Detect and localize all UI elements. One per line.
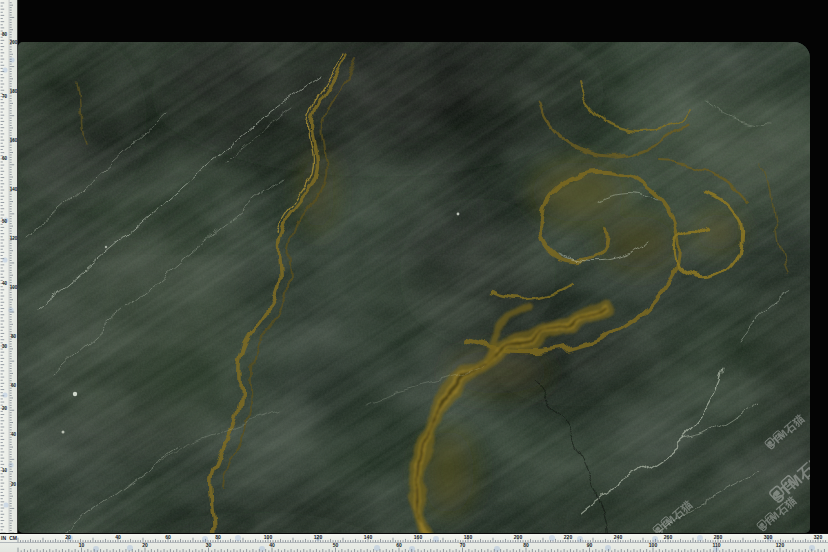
bottom-cm-label: 140 [364,534,373,540]
bottom-cm-label: 280 [714,534,723,540]
left-in-label: 50 [2,219,8,224]
bottom-cm-label: 260 [664,534,673,540]
bottom-ruler: 2040608010012014016018020022024026028030… [0,533,828,552]
bottom-cm-label: 200 [514,534,523,540]
left-cm-label: 140 [10,187,18,192]
bottom-cm-label: 180 [464,534,473,540]
left-cm-label: 160 [10,138,18,143]
slab-scan-viewer: { "viewer": { "description": "stone slab… [0,0,828,552]
bottom-cm-label: 320 [814,534,823,540]
left-cm-label: 100 [10,285,18,290]
bottom-in-label: 60 [396,542,402,548]
left-in-label: 60 [2,156,8,161]
bottom-in-label: 30 [206,542,212,548]
bottom-in-label: 50 [333,542,339,548]
left-cm-label: 60 [11,383,17,388]
bottom-in-label: 120 [776,542,785,548]
left-cm-label: 80 [11,334,17,339]
corner-units-row2: IN [5,544,10,552]
bottom-cm-label: 300 [764,534,773,540]
bottom-cm-label: 80 [215,534,221,540]
bottom-in-label: 10 [79,542,85,548]
left-ruler-scale: 8070605040302010200180160140120100806040… [0,0,18,533]
bottom-cm-label: 220 [564,534,573,540]
bottom-cm-label: 120 [314,534,323,540]
left-cm-label: 120 [10,236,18,241]
bottom-in-label: 90 [587,542,593,548]
bottom-in-label: 110 [712,542,720,548]
left-in-label: 30 [2,344,8,349]
bottom-in-label: 100 [649,542,658,548]
ruler-corner: IN CM IN [0,534,18,552]
bottom-in-label: 20 [142,542,148,548]
left-cm-label: 40 [11,432,17,437]
bottom-ruler-scale: 2040608010012014016018020022024026028030… [0,534,828,552]
left-cm-label: 20 [11,482,17,487]
left-in-label: 20 [2,406,8,411]
bottom-cm-label: 40 [115,534,121,540]
left-in-label: 80 [2,32,8,37]
bottom-cm-label: 240 [614,534,623,540]
corner-cm-label: CM [9,535,17,541]
left-ruler: 8070605040302010200180160140120100806040… [0,0,18,533]
left-in-label: 40 [2,281,8,286]
bottom-cm-label: 160 [414,534,423,540]
left-cm-label: 200 [10,40,18,45]
bottom-in-label: 80 [523,542,529,548]
left-in-label: 70 [2,94,8,99]
slab-photo: STM石猫STM石猫STM石猫STM石猫 [18,42,810,533]
corner-in-label: IN [1,535,6,541]
bottom-cm-label: 20 [65,534,71,540]
left-in-label: 10 [2,468,8,473]
slab-texture [18,42,810,533]
left-cm-label: 180 [10,89,18,94]
corner-units-row1: IN CM [0,535,18,541]
bottom-cm-label: 100 [264,534,273,540]
bottom-in-label: 70 [460,542,466,548]
bottom-cm-label: 60 [165,534,171,540]
bottom-in-label: 40 [269,542,275,548]
